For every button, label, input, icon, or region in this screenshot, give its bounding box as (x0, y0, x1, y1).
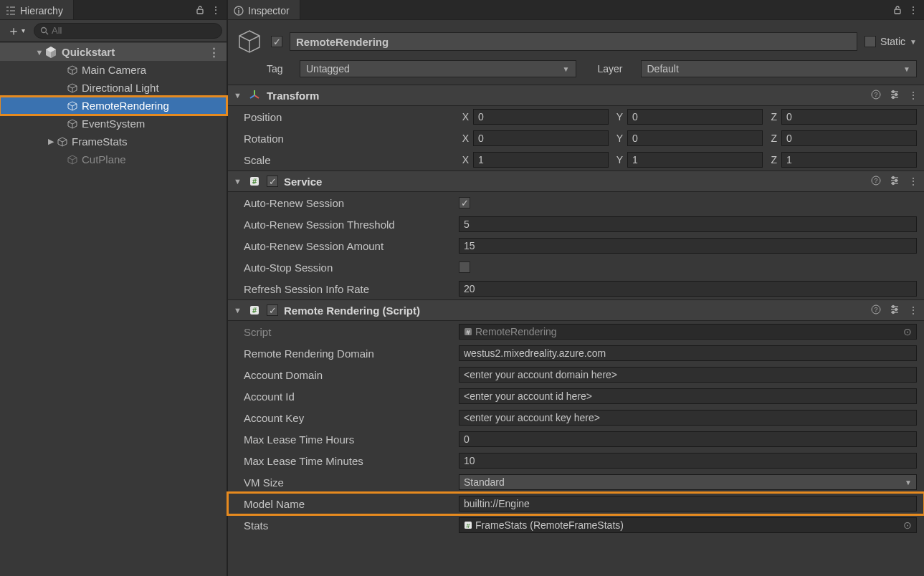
hierarchy-item[interactable]: ▼ Main Camera (0, 61, 227, 79)
service-header[interactable]: ▼ # Service ? ⋮ (228, 171, 924, 192)
svg-text:#: # (252, 177, 257, 186)
rotation-y-input[interactable] (627, 130, 763, 146)
svg-line-8 (46, 32, 48, 34)
fold-icon[interactable]: ▼ (234, 91, 242, 100)
svg-text:#: # (466, 522, 470, 529)
refresh-input[interactable] (459, 281, 917, 297)
object-picker-icon[interactable]: ⊙ (903, 519, 912, 531)
gameobject-icon (66, 117, 79, 130)
stats-ref-field[interactable]: #FrameStats (RemoteFrameStats) ⊙ (459, 517, 917, 533)
hierarchy-item-selected[interactable]: ▼ RemoteRendering (0, 97, 227, 115)
enable-checkbox[interactable] (267, 304, 278, 316)
tag-dropdown[interactable]: Untagged ▼ (300, 60, 576, 77)
threshold-label: Auto-Renew Session Threshold (244, 219, 459, 231)
position-y-input[interactable] (627, 109, 763, 125)
preset-icon[interactable] (890, 176, 900, 187)
rotation-z-input[interactable] (781, 130, 917, 146)
static-dropdown-icon[interactable]: ▼ (910, 38, 917, 46)
lease-hours-input[interactable] (459, 431, 917, 447)
active-checkbox[interactable] (271, 36, 282, 47)
kebab-menu-icon[interactable]: ⋮ (908, 304, 918, 316)
remote-header[interactable]: ▼ # Remote Rendering (Script) ? ⋮ (228, 299, 924, 321)
fold-icon[interactable]: ▼ (34, 48, 44, 57)
amount-input[interactable] (459, 238, 917, 254)
svg-point-50 (892, 183, 895, 185)
hierarchy-tab[interactable]: Hierarchy (0, 0, 74, 19)
hierarchy-item[interactable]: ▶ FrameStats (0, 133, 227, 150)
chevron-down-icon: ▼ (903, 65, 910, 73)
svg-rect-27 (895, 9, 900, 14)
acct-key-input[interactable] (459, 410, 917, 426)
gameobject-icon (56, 135, 69, 148)
acct-id-input[interactable] (459, 388, 917, 404)
search-input[interactable] (52, 25, 216, 36)
svg-point-7 (42, 27, 47, 32)
remote-title: Remote Rendering (Script) (284, 304, 420, 317)
gameobject-icon (66, 64, 79, 77)
script-ref-field[interactable]: #RemoteRendering ⊙ (459, 324, 917, 340)
position-z-input[interactable] (781, 109, 917, 125)
acct-domain-input[interactable] (459, 367, 917, 383)
inspector-tab-bar: Inspector ⋮ (228, 0, 924, 20)
scene-label: Quickstart (62, 46, 115, 58)
svg-text:?: ? (874, 91, 877, 98)
scale-z-input[interactable] (781, 152, 917, 168)
enable-checkbox[interactable] (267, 176, 278, 187)
hierarchy-item[interactable]: ▼ CutPlane (0, 150, 227, 168)
kebab-menu-icon[interactable]: ⋮ (908, 90, 918, 101)
auto-renew-checkbox[interactable] (459, 197, 470, 208)
fold-icon[interactable]: ▶ (46, 137, 56, 146)
svg-line-31 (254, 95, 259, 98)
gameobject-large-icon[interactable] (235, 27, 264, 56)
context-menu-icon[interactable]: ⋮ (908, 4, 918, 16)
create-button[interactable]: ＋▾ (4, 22, 28, 39)
hierarchy-search[interactable] (34, 23, 222, 39)
kebab-menu-icon[interactable]: ⋮ (908, 176, 918, 187)
inspector-tab[interactable]: Inspector (228, 0, 300, 19)
acct-id-label: Account Id (244, 390, 459, 403)
lock-icon[interactable] (195, 5, 205, 15)
scene-row[interactable]: ▼ Quickstart ⋮ (0, 43, 227, 61)
rotation-x-input[interactable] (473, 130, 609, 146)
hierarchy-item-label: CutPlane (82, 153, 126, 165)
gameobject-name-input[interactable] (290, 32, 857, 51)
lease-min-input[interactable] (459, 453, 917, 469)
help-icon[interactable]: ? (871, 176, 881, 187)
context-menu-icon[interactable]: ⋮ (211, 4, 221, 16)
transform-header[interactable]: ▼ Transform ? ⋮ (228, 85, 924, 106)
help-icon[interactable]: ? (871, 90, 881, 101)
inspector-panel: Inspector ⋮ Static ▼ Tag Untagged (228, 0, 924, 576)
layer-dropdown[interactable]: Default ▼ (641, 60, 918, 77)
svg-point-59 (895, 309, 897, 311)
fold-icon[interactable]: ▼ (234, 306, 242, 315)
layer-value: Default (647, 63, 679, 75)
lock-icon[interactable] (892, 5, 902, 15)
threshold-input[interactable] (459, 216, 917, 232)
help-icon[interactable]: ? (871, 304, 881, 316)
hierarchy-item[interactable]: ▼ EventSystem (0, 115, 227, 133)
scene-menu-icon[interactable]: ⋮ (209, 46, 219, 59)
domain-input[interactable] (459, 345, 917, 361)
svg-text:#: # (252, 306, 257, 315)
position-row: Position X Y Z (228, 106, 924, 128)
fold-icon[interactable]: ▼ (234, 177, 242, 186)
auto-stop-label: Auto-Stop Session (244, 261, 459, 274)
inspector-header: Static ▼ (228, 20, 924, 60)
lease-hours-label: Max Lease Time Hours (244, 433, 459, 446)
scale-x-input[interactable] (473, 152, 609, 168)
static-checkbox[interactable] (865, 36, 876, 47)
layer-label: Layer (598, 63, 634, 75)
object-picker-icon[interactable]: ⊙ (903, 326, 912, 337)
vm-size-dropdown[interactable]: Standard▼ (459, 474, 917, 490)
hierarchy-item[interactable]: ▼ Directional Light (0, 79, 227, 97)
scale-y-input[interactable] (627, 152, 763, 168)
preset-icon[interactable] (890, 90, 900, 101)
position-x-input[interactable] (473, 109, 609, 125)
preset-icon[interactable] (890, 304, 900, 316)
axis-y-label: Y (613, 111, 623, 123)
model-name-input[interactable] (459, 496, 917, 512)
scale-row: Scale X Y Z (228, 149, 924, 171)
rotation-row: Rotation X Y Z (228, 128, 924, 149)
static-label: Static (880, 36, 905, 47)
auto-stop-checkbox[interactable] (459, 261, 470, 273)
